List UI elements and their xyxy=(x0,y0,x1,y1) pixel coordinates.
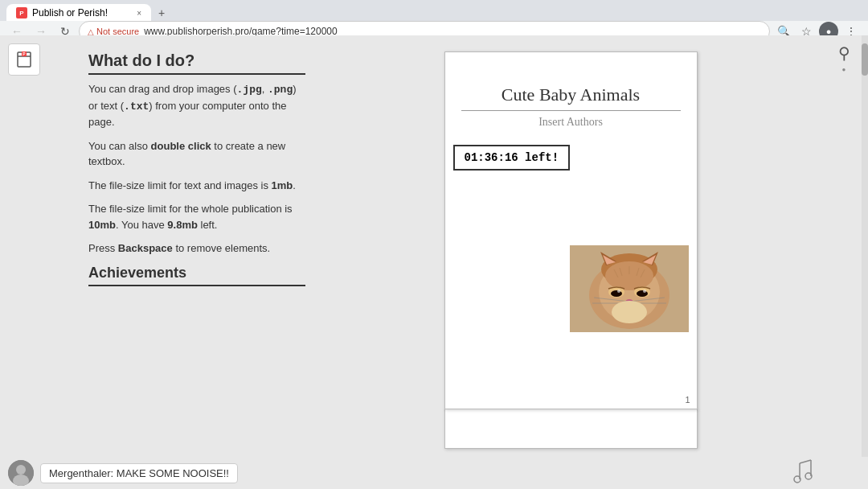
para5-suffix: to remove elements. xyxy=(173,242,270,254)
achievements-title: Achievements xyxy=(88,265,305,286)
svg-point-18 xyxy=(643,290,646,293)
timer-box: 01:36:16 left! xyxy=(453,145,571,171)
para4-bold: 10mb xyxy=(88,219,116,231)
tab-favicon: P xyxy=(16,7,27,18)
browser-tab-active[interactable]: P Publish or Perish! × xyxy=(6,4,151,22)
instructions-title: What do I do? xyxy=(88,51,305,75)
right-icon-1[interactable]: ⚲ xyxy=(838,43,850,63)
chat-bar: Mergenthaler: MAKE SOME NOOISE!! xyxy=(0,457,868,489)
para1-comma: , xyxy=(262,83,268,95)
document-title[interactable]: Cute Baby Animals xyxy=(461,84,681,111)
tab-close-button[interactable]: × xyxy=(137,9,141,18)
right-icon-2: ● xyxy=(842,66,846,73)
para1-png: .png xyxy=(268,84,293,96)
para3-suffix: . xyxy=(293,179,296,191)
document-page[interactable]: Cute Baby Animals Insert Authors 01:36:1… xyxy=(444,51,698,409)
para5-bold: Backspace xyxy=(118,242,173,254)
instructions-para4: The file-size limit for the whole public… xyxy=(88,201,305,232)
para4-suffix: left. xyxy=(198,219,218,231)
svg-point-31 xyxy=(16,465,26,475)
para3-bold: 1mb xyxy=(272,179,293,191)
document-area[interactable]: Cute Baby Animals Insert Authors 01:36:1… xyxy=(321,35,820,489)
instructions-para3: The file-size limit for text and images … xyxy=(88,178,305,194)
para3-prefix: The file-size limit for text and images … xyxy=(88,179,272,191)
instructions-para2: You can also double click to create a ne… xyxy=(88,138,305,170)
svg-line-33 xyxy=(800,460,811,463)
tab-title: Publish or Perish! xyxy=(32,7,108,18)
document-authors[interactable]: Insert Authors xyxy=(538,116,603,129)
para2-prefix: You can also xyxy=(88,140,151,152)
browser-tabs: P Publish or Perish! × + xyxy=(0,0,868,21)
music-icon xyxy=(790,458,816,484)
para1-prefix: You can drag and drop images ( xyxy=(88,83,237,95)
para2-bold: double click xyxy=(151,140,211,152)
para4-middle: . You have xyxy=(116,219,167,231)
chat-message: Mergenthaler: MAKE SOME NOOISE!! xyxy=(40,463,238,483)
para1-txt: .txt xyxy=(124,101,149,113)
cat-svg xyxy=(570,245,689,332)
svg-point-12 xyxy=(605,261,653,290)
para4-prefix: The file-size limit for the whole public… xyxy=(88,203,293,215)
instructions-para5: Press Backspace to remove elements. xyxy=(88,240,305,257)
instructions-panel: What do I do? You can drag and drop imag… xyxy=(72,35,321,489)
music-icon-area xyxy=(790,458,816,487)
left-panel: P xyxy=(0,35,72,489)
warning-icon: △ xyxy=(88,27,94,36)
cat-image xyxy=(570,245,689,332)
para1-jpg: .jpg xyxy=(237,84,262,96)
publish-button[interactable]: P xyxy=(8,43,40,76)
svg-point-24 xyxy=(612,301,647,323)
para4-amount: 9.8mb xyxy=(167,219,198,231)
instructions-para1: You can drag and drop images (.jpg, .png… xyxy=(88,81,305,130)
publish-icon: P xyxy=(15,51,33,68)
scrollbar-thumb[interactable] xyxy=(862,43,868,76)
avatar-image xyxy=(8,460,34,486)
chat-avatar xyxy=(8,460,34,486)
right-sidebar: ⚲ ● xyxy=(820,35,868,489)
browser-chrome: P Publish or Perish! × + ← → ↻ △ Not sec… xyxy=(0,0,868,35)
svg-point-17 xyxy=(617,290,620,293)
page-number: 1 xyxy=(685,395,690,405)
page-content: P What do I do? You can drag and drop im… xyxy=(0,35,868,489)
document-page-2 xyxy=(444,409,698,449)
scrollbar[interactable] xyxy=(862,35,868,489)
para5-prefix: Press xyxy=(88,242,118,254)
new-tab-button[interactable]: + xyxy=(153,4,170,22)
